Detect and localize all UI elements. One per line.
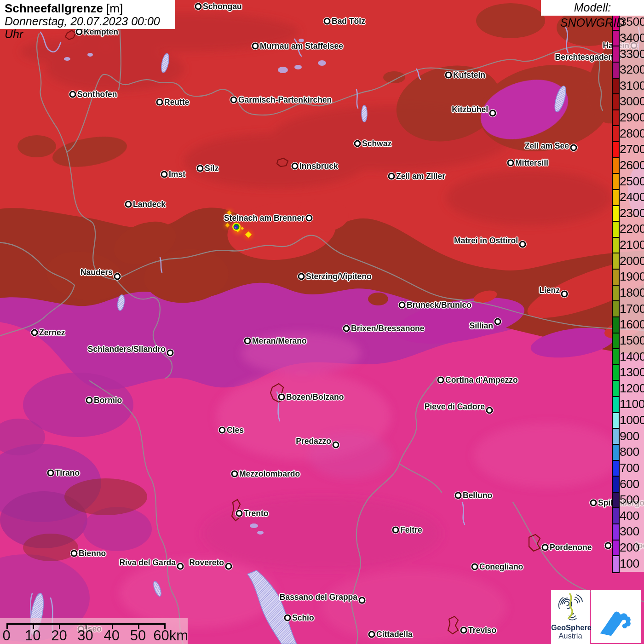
legend-segment bbox=[613, 445, 619, 461]
city-label: Sterzing/Vipiteno bbox=[306, 272, 372, 282]
legend-value: 700 bbox=[620, 460, 639, 475]
city-dot bbox=[156, 99, 163, 106]
city-label: Berchtesgaden bbox=[555, 52, 613, 62]
city-dot bbox=[399, 302, 406, 309]
legend-segment bbox=[613, 524, 619, 540]
legend-value: 1100 bbox=[620, 397, 644, 411]
map-title-line: Schneefallgrenze [m] bbox=[5, 2, 175, 15]
legend-value: 1000 bbox=[620, 413, 644, 427]
legend-color-bar bbox=[612, 14, 620, 573]
city-dot bbox=[324, 18, 331, 25]
legend-value: 500 bbox=[620, 493, 639, 507]
legend-segment bbox=[613, 493, 619, 509]
legend-value: 200 bbox=[620, 540, 639, 555]
city-dot bbox=[292, 163, 299, 170]
model-box: Modell: SNOWGRID bbox=[541, 0, 644, 16]
legend-segment bbox=[613, 174, 619, 190]
legend-value: 1900 bbox=[620, 270, 644, 284]
city-label: Kitzbühel bbox=[452, 105, 488, 115]
city-label: Brixen/Bressanone bbox=[351, 324, 425, 334]
legend-segment bbox=[613, 31, 619, 47]
legend-segment bbox=[613, 477, 619, 493]
legend-value: 300 bbox=[620, 524, 639, 539]
city-label: Schio bbox=[292, 613, 314, 623]
city-dot bbox=[167, 350, 174, 356]
city-dot bbox=[460, 627, 467, 634]
legend-segment bbox=[613, 413, 619, 429]
legend-value: 1700 bbox=[620, 301, 644, 316]
city-label: Riva del Garda bbox=[119, 558, 176, 568]
city-label: Cles bbox=[227, 426, 244, 435]
city-label: Reutte bbox=[164, 98, 189, 107]
legend-value: 1600 bbox=[620, 317, 644, 332]
legend-value: 800 bbox=[620, 445, 639, 459]
city-dot bbox=[230, 97, 237, 104]
city-label: Cittadella bbox=[376, 630, 413, 639]
city-label: Bad Tölz bbox=[332, 17, 365, 26]
legend-segment bbox=[613, 253, 619, 270]
city-label: Lienz bbox=[539, 286, 560, 295]
city-dot bbox=[298, 273, 305, 280]
city-label: Belluno bbox=[463, 491, 492, 500]
geosphere-logo-name: GeoSphere bbox=[551, 623, 590, 632]
legend-value: 2000 bbox=[620, 253, 644, 268]
city-dot bbox=[570, 144, 577, 151]
city-dot bbox=[219, 427, 226, 434]
city-label: Steinach am Brenner bbox=[224, 213, 305, 223]
legend-segment bbox=[613, 126, 619, 142]
legend-value: 3100 bbox=[620, 78, 644, 92]
map-title-unit: [m] bbox=[106, 1, 123, 15]
legend-value: 2800 bbox=[620, 126, 644, 140]
city-dot bbox=[306, 215, 313, 222]
city-label: Garmisch-Partenkirchen bbox=[238, 95, 332, 105]
legend-value: 2100 bbox=[620, 238, 644, 252]
city-label: Pordenone bbox=[550, 543, 592, 552]
snowfall-limit-map: SchongauBad TölzKemptenMurnau am Staffel… bbox=[0, 0, 644, 644]
legend-segment bbox=[613, 429, 619, 445]
partner-logo-box bbox=[591, 590, 641, 643]
city-dot bbox=[542, 544, 549, 551]
city-dot bbox=[605, 542, 612, 549]
city-label: Zell am Ziller bbox=[396, 172, 445, 181]
map-title: Schneefallgrenze bbox=[5, 1, 103, 15]
city-dot bbox=[368, 631, 375, 638]
legend-segment bbox=[613, 365, 619, 381]
city-label: Rovereto bbox=[189, 558, 224, 568]
city-dot bbox=[252, 43, 259, 50]
city-dot bbox=[507, 160, 514, 167]
city-label: Bruneck/Brunico bbox=[407, 300, 472, 310]
city-label: Imst bbox=[169, 170, 185, 179]
legend-value-labels: 3500340033003200310030002900280027002600… bbox=[620, 14, 644, 571]
legend-value: 1200 bbox=[620, 381, 644, 395]
city-dot bbox=[47, 470, 54, 477]
city-label: Sillian bbox=[469, 321, 493, 331]
city-label: Trento bbox=[244, 509, 268, 518]
city-label: Feltre bbox=[400, 525, 422, 535]
legend-segment bbox=[613, 317, 619, 334]
city-dot bbox=[359, 597, 366, 604]
legend-value: 900 bbox=[620, 429, 639, 443]
city-label: Silz bbox=[205, 164, 218, 173]
legend-value: 3200 bbox=[620, 63, 644, 77]
legend-value: 1400 bbox=[620, 349, 644, 363]
city-label: Landeck bbox=[133, 200, 166, 209]
city-label: Mezzolombardo bbox=[239, 469, 300, 479]
city-dot bbox=[244, 338, 251, 345]
mountain-logo-icon bbox=[596, 597, 636, 637]
city-dot bbox=[392, 527, 399, 534]
city-dot bbox=[278, 394, 285, 401]
city-dot bbox=[195, 3, 202, 10]
legend-value: 3300 bbox=[620, 46, 644, 61]
geosphere-logo-country: Austria bbox=[551, 632, 590, 640]
city-dot bbox=[161, 171, 168, 178]
legend-value: 2200 bbox=[620, 222, 644, 236]
city-label: Zell am See bbox=[525, 141, 569, 151]
legend-segment bbox=[613, 110, 619, 126]
city-label: Bozen/Bolzano bbox=[286, 392, 344, 402]
legend-value: 2500 bbox=[620, 174, 644, 188]
city-dot bbox=[489, 110, 496, 117]
city-dot bbox=[561, 291, 568, 298]
scalebar-tick-label: 60km bbox=[150, 627, 191, 644]
city-label: Mittersill bbox=[515, 158, 548, 168]
legend-segment bbox=[613, 206, 619, 222]
